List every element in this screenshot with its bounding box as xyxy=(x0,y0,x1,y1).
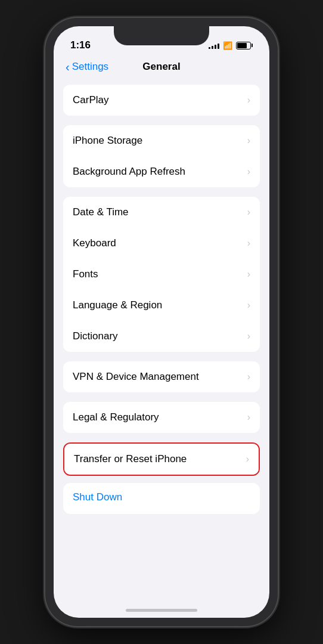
signal-bar-2 xyxy=(212,46,213,49)
chevron-right-icon: › xyxy=(247,238,250,249)
list-item[interactable]: Dictionary › xyxy=(63,321,260,352)
storage-card: iPhone Storage › Background App Refresh … xyxy=(63,125,260,187)
list-item[interactable]: Legal & Regulatory › xyxy=(63,402,260,433)
group-legal: Legal & Regulatory › xyxy=(54,402,269,433)
date-time-label: Date & Time xyxy=(73,206,129,218)
carplay-right: › xyxy=(247,95,250,106)
fonts-label: Fonts xyxy=(73,268,98,280)
carplay-label: CarPlay xyxy=(73,94,108,106)
status-icons: 📶 xyxy=(209,41,253,50)
dictionary-right: › xyxy=(247,331,250,342)
list-item[interactable]: Fonts › xyxy=(63,259,260,290)
group-storage: iPhone Storage › Background App Refresh … xyxy=(54,125,269,187)
chevron-right-icon: › xyxy=(247,269,250,280)
keyboard-right: › xyxy=(247,238,250,249)
vpn-right: › xyxy=(247,371,250,382)
group-vpn: VPN & Device Management › xyxy=(54,361,269,392)
navigation-bar: ‹ Settings General xyxy=(54,56,269,80)
chevron-right-icon: › xyxy=(247,135,250,146)
legal-right: › xyxy=(247,412,250,423)
shutdown-label: Shut Down xyxy=(73,491,122,503)
home-indicator[interactable] xyxy=(126,609,197,612)
list-item[interactable]: Date & Time › xyxy=(63,197,260,228)
shutdown-card: Shut Down xyxy=(63,483,260,514)
signal-bar-3 xyxy=(215,45,216,49)
list-item[interactable]: Language & Region › xyxy=(63,290,260,321)
list-item[interactable]: iPhone Storage › xyxy=(63,125,260,156)
legal-label: Legal & Regulatory xyxy=(73,411,159,423)
wifi-icon: 📶 xyxy=(223,41,232,50)
transfer-card: Transfer or Reset iPhone › xyxy=(63,442,260,476)
chevron-right-icon: › xyxy=(247,412,250,423)
iphone-storage-label: iPhone Storage xyxy=(73,135,142,147)
background-refresh-label: Background App Refresh xyxy=(73,166,185,178)
back-chevron-icon: ‹ xyxy=(66,61,70,73)
language-right: › xyxy=(247,300,250,311)
phone-frame: 1:16 📶 xyxy=(45,18,278,626)
signal-icon xyxy=(209,42,219,49)
group-carplay: CarPlay › xyxy=(54,80,269,116)
notch xyxy=(114,26,209,45)
datetime-right: › xyxy=(247,207,250,218)
status-time: 1:16 xyxy=(70,39,91,51)
chevron-right-icon: › xyxy=(247,300,250,311)
chevron-right-icon: › xyxy=(247,207,250,218)
background-right: › xyxy=(247,166,250,177)
storage-right: › xyxy=(247,135,250,146)
vpn-label: VPN & Device Management xyxy=(73,371,199,383)
signal-bar-4 xyxy=(218,44,219,49)
chevron-right-icon: › xyxy=(247,331,250,342)
chevron-right-icon: › xyxy=(246,454,249,465)
transfer-right: › xyxy=(246,454,249,465)
list-item[interactable]: VPN & Device Management › xyxy=(63,361,260,392)
transfer-reset-button[interactable]: Transfer or Reset iPhone › xyxy=(64,444,259,475)
battery-icon xyxy=(236,42,253,49)
fonts-right: › xyxy=(247,269,250,280)
screen: 1:16 📶 xyxy=(54,26,269,618)
chevron-right-icon: › xyxy=(247,95,250,106)
vpn-card: VPN & Device Management › xyxy=(63,361,260,392)
datetime-card: Date & Time › Keyboard › Fon xyxy=(63,197,260,352)
page-title: General xyxy=(142,61,180,73)
keyboard-label: Keyboard xyxy=(73,237,116,249)
carplay-card: CarPlay › xyxy=(63,85,260,116)
transfer-group: Transfer or Reset iPhone › Shut Down xyxy=(54,442,269,514)
back-label: Settings xyxy=(72,61,108,73)
chevron-right-icon: › xyxy=(247,166,250,177)
list-item[interactable]: Background App Refresh › xyxy=(63,156,260,187)
list-item[interactable]: CarPlay › xyxy=(63,85,260,116)
list-item[interactable]: Keyboard › xyxy=(63,228,260,259)
group-datetime: Date & Time › Keyboard › Fon xyxy=(54,197,269,352)
legal-card: Legal & Regulatory › xyxy=(63,402,260,433)
chevron-right-icon: › xyxy=(247,371,250,382)
dictionary-label: Dictionary xyxy=(73,330,118,342)
back-button[interactable]: ‹ Settings xyxy=(66,61,108,73)
signal-bar-1 xyxy=(209,47,210,49)
settings-content: CarPlay › iPhone Storage › xyxy=(54,80,269,618)
transfer-label: Transfer or Reset iPhone xyxy=(74,453,187,465)
language-region-label: Language & Region xyxy=(73,299,162,311)
shutdown-button[interactable]: Shut Down xyxy=(63,483,260,514)
